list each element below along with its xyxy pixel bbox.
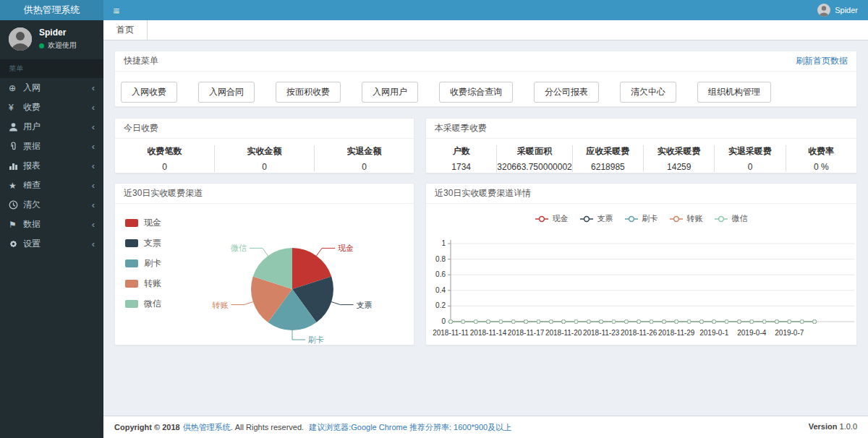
line-chart[interactable]: 00.20.40.60.812018-11-112018-11-142018-1… <box>426 204 858 348</box>
footer-brand-link[interactable]: 供热管理系统 <box>183 423 231 431</box>
x-tick-label: 2019-0-1 <box>699 329 728 337</box>
sidebar-item-tickets[interactable]: 票据 ‹ <box>0 137 103 156</box>
sidebar-item-arrears[interactable]: 清欠 ‹ <box>0 195 103 215</box>
stat-label: 收费笔数 <box>115 145 214 158</box>
sidebar-item-settings[interactable]: 设置 ‹ <box>0 234 103 254</box>
flag-icon: ⚑ <box>9 220 23 230</box>
quick-button[interactable]: 按面积收费 <box>276 82 341 103</box>
x-tick-label: 2018-11-14 <box>470 329 507 337</box>
refresh-home-link[interactable]: 刷新首页数据 <box>796 55 848 67</box>
season-fees-panel: 本采暖季收费 户数1734采暖面积320663.750000002应收采暖费62… <box>425 118 857 173</box>
sidebar-item-audit[interactable]: ★ 稽查 ‹ <box>0 176 103 195</box>
stat-label: 实退采暖费 <box>715 145 785 158</box>
legend-swatch <box>125 219 138 227</box>
stat-label: 实退金额 <box>315 145 414 158</box>
user-avatar <box>817 4 830 17</box>
gears-icon <box>9 239 23 249</box>
star-icon: ★ <box>9 181 23 191</box>
quick-button[interactable]: 入网收费 <box>121 82 177 103</box>
line-chart-panel: 近30日实收暖费渠道详情 现金支票刷卡转账微信 00.20.40.60.8120… <box>425 183 857 345</box>
pie-chart-title: 近30日实收暖费渠道 <box>124 187 203 199</box>
quick-button[interactable]: 清欠中心 <box>620 82 676 103</box>
stat-value: 6218985 <box>573 162 643 172</box>
navbar-user-name: Spider <box>835 6 858 14</box>
stat: 户数1734 <box>426 145 496 172</box>
tab-home[interactable]: 首页 <box>103 20 148 40</box>
paperclip-icon <box>9 142 23 151</box>
legend-item[interactable]: 微信 <box>715 213 748 224</box>
sidebar-item-reports[interactable]: 报表 ‹ <box>0 156 103 176</box>
legend-item[interactable]: 刷卡 <box>625 213 658 224</box>
stat-value: 14259 <box>644 162 714 172</box>
x-tick-label: 2019-0-4 <box>737 329 766 337</box>
legend-item[interactable]: 支票 <box>580 213 613 224</box>
stat: 收费率0 % <box>786 145 856 172</box>
stat-value: 0 <box>215 162 314 172</box>
sidebar-toggle-icon[interactable]: ≡ <box>103 0 129 20</box>
user-status: 欢迎使用 <box>39 40 77 51</box>
yen-icon: ¥ <box>9 103 23 113</box>
user-icon <box>9 122 23 132</box>
season-fees-stats: 户数1734采暖面积320663.750000002应收采暖费6218985实收… <box>426 139 856 181</box>
x-tick-label: 2018-11-26 <box>621 329 658 337</box>
legend-swatch <box>125 239 138 247</box>
quick-button[interactable]: 组织机构管理 <box>697 82 771 103</box>
footer: Copyright © 2018供热管理系统. All Rights reser… <box>103 416 868 438</box>
stat: 实收金额0 <box>214 145 314 172</box>
line-legend: 现金支票刷卡转账微信 <box>426 213 856 224</box>
browser-note-link[interactable]: 建议浏览器:Google Chrome 推荐分辨率: 1600*900及以上 <box>309 423 511 431</box>
legend-swatch <box>125 300 138 308</box>
sidebar-item-charging[interactable]: ¥ 收费 ‹ <box>0 98 103 117</box>
stat: 实退金额0 <box>314 145 414 172</box>
user-avatar <box>9 27 32 51</box>
pie-slice-label: 支票 <box>357 301 373 309</box>
pie-slice-label: 现金 <box>338 244 354 252</box>
clock-icon <box>9 200 23 210</box>
stat-label: 收费率 <box>786 145 856 158</box>
content-area: 快捷菜单 刷新首页数据 入网收费入网合同按面积收费入网用户收费综合查询分公司报表… <box>103 40 868 416</box>
x-tick-label: 2018-11-11 <box>433 329 469 337</box>
stat: 采暖面积320663.750000002 <box>496 145 571 172</box>
stat-label: 实收采暖费 <box>644 145 714 158</box>
legend-item[interactable]: 现金 <box>535 213 569 224</box>
navbar-user-menu[interactable]: Spider <box>817 0 868 20</box>
pie-legend: 现金支票刷卡转账微信 <box>125 217 161 318</box>
y-tick-label: 0.8 <box>435 255 446 263</box>
legend-item[interactable]: 转账 <box>670 213 703 224</box>
stat: 应收采暖费6218985 <box>572 145 643 172</box>
legend-item[interactable]: 转账 <box>125 278 161 290</box>
chevron-left-icon: ‹ <box>92 141 95 152</box>
quick-button[interactable]: 入网合同 <box>198 82 255 103</box>
sidebar-item-network[interactable]: ⊕ 入网 ‹ <box>0 78 103 98</box>
x-tick-label: 2018-11-29 <box>658 329 695 337</box>
quick-button[interactable]: 入网用户 <box>362 82 418 103</box>
quick-menu-buttons: 入网收费入网合同按面积收费入网用户收费综合查询分公司报表清欠中心组织机构管理 <box>115 72 856 113</box>
version-text: Version 1.0.0 <box>809 422 857 432</box>
sidebar-section-label: 菜单 <box>0 59 103 78</box>
today-fees-panel: 今日收费 收费笔数0实收金额0实退金额0 <box>114 118 414 173</box>
pie-slice-label: 微信 <box>231 244 247 252</box>
legend-item[interactable]: 刷卡 <box>125 257 161 270</box>
sidebar-user-panel: Spider 欢迎使用 <box>0 20 103 59</box>
tab-bar: 首页 <box>103 20 868 40</box>
stat-label: 采暖面积 <box>497 145 571 158</box>
x-tick-label: 2019-0-7 <box>775 329 804 337</box>
sidebar-item-users[interactable]: 用户 ‹ <box>0 117 103 137</box>
legend-item[interactable]: 支票 <box>125 237 161 249</box>
pie-chart-panel: 近30日实收暖费渠道 现金支票刷卡转账微信 现金支票刷卡转账微信 <box>114 183 414 345</box>
stat-value: 0 <box>715 162 785 172</box>
chevron-left-icon: ‹ <box>92 219 95 230</box>
x-tick-label: 2018-11-17 <box>508 329 545 337</box>
app-logo[interactable]: 供热管理系统 <box>0 0 103 20</box>
legend-item[interactable]: 微信 <box>125 298 161 310</box>
stat-value: 0 % <box>786 162 856 172</box>
quick-button[interactable]: 收费综合查询 <box>439 82 513 103</box>
sidebar-item-data[interactable]: ⚑ 数据 ‹ <box>0 215 103 234</box>
globe-icon: ⊕ <box>9 83 23 93</box>
quick-button[interactable]: 分公司报表 <box>534 82 599 103</box>
today-fees-title: 今日收费 <box>124 122 158 134</box>
legend-item[interactable]: 现金 <box>125 217 161 229</box>
chevron-left-icon: ‹ <box>92 102 95 113</box>
y-tick-label: 0 <box>441 317 446 325</box>
online-status-icon <box>39 43 44 48</box>
